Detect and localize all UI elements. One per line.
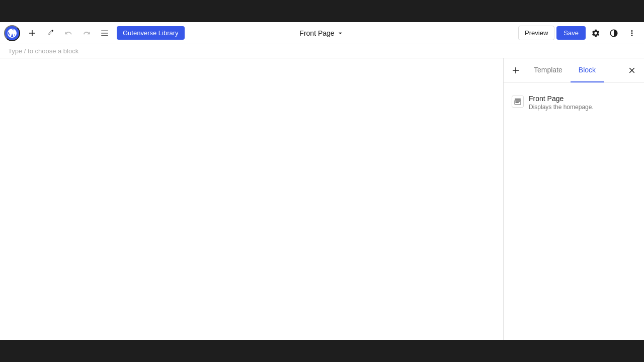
toolbar-left: Gutenverse Library xyxy=(4,25,185,41)
tab-template[interactable]: Template xyxy=(526,58,571,82)
undo-icon xyxy=(64,29,73,38)
svg-rect-0 xyxy=(515,99,521,100)
page-title-text: Front Page xyxy=(299,29,334,37)
save-button[interactable]: Save xyxy=(556,26,586,40)
sidebar-tabs: Template Block xyxy=(526,58,624,82)
add-block-button[interactable] xyxy=(24,25,40,41)
template-description: Displays the homepage. xyxy=(529,104,594,111)
toolbar: Gutenverse Library Front Page Preview Sa… xyxy=(0,22,644,44)
settings-button[interactable] xyxy=(588,25,604,41)
theme-toggle-button[interactable] xyxy=(606,25,622,41)
sidebar-close-button[interactable] xyxy=(624,62,640,78)
theme-icon xyxy=(609,29,618,38)
template-icon xyxy=(512,96,524,108)
edit-icon xyxy=(46,29,55,38)
undo-button[interactable] xyxy=(60,25,76,41)
plus-icon xyxy=(28,29,37,38)
svg-rect-3 xyxy=(515,102,519,103)
sidebar-plus-icon xyxy=(511,66,520,75)
svg-rect-2 xyxy=(515,101,520,102)
gear-icon xyxy=(591,29,600,38)
redo-icon xyxy=(82,29,91,38)
wp-logo-button[interactable] xyxy=(4,25,20,41)
more-icon xyxy=(627,29,636,38)
toolbar-right: Preview Save xyxy=(518,25,640,41)
redo-button[interactable] xyxy=(78,25,95,41)
template-item: Front Page Displays the homepage. xyxy=(512,90,636,115)
hint-bar: Type / to choose a block xyxy=(0,44,644,58)
wordpress-icon xyxy=(7,28,17,38)
template-info: Front Page Displays the homepage. xyxy=(529,95,594,111)
edit-tool-button[interactable] xyxy=(42,25,58,41)
gutenverse-library-button[interactable]: Gutenverse Library xyxy=(117,26,185,40)
template-name: Front Page xyxy=(529,95,594,103)
tab-block[interactable]: Block xyxy=(571,58,604,82)
list-icon xyxy=(100,29,109,38)
top-bar xyxy=(0,0,644,22)
chevron-down-icon xyxy=(337,29,345,37)
toolbar-center: Front Page xyxy=(295,27,348,39)
editor-area[interactable] xyxy=(0,58,503,340)
page-title-button[interactable]: Front Page xyxy=(295,27,348,39)
block-hint-text: Type / to choose a block xyxy=(8,47,78,55)
main-content: Template Block xyxy=(0,58,644,340)
list-view-button[interactable] xyxy=(97,25,113,41)
preview-button[interactable]: Preview xyxy=(518,26,554,40)
sidebar-header: Template Block xyxy=(504,58,644,82)
more-options-button[interactable] xyxy=(624,25,640,41)
bottom-bar xyxy=(0,340,644,362)
sidebar-add-button[interactable] xyxy=(508,62,524,78)
sidebar-content: Front Page Displays the homepage. xyxy=(504,82,644,340)
template-page-icon xyxy=(514,98,522,106)
sidebar: Template Block xyxy=(503,58,644,340)
close-icon xyxy=(627,66,636,75)
